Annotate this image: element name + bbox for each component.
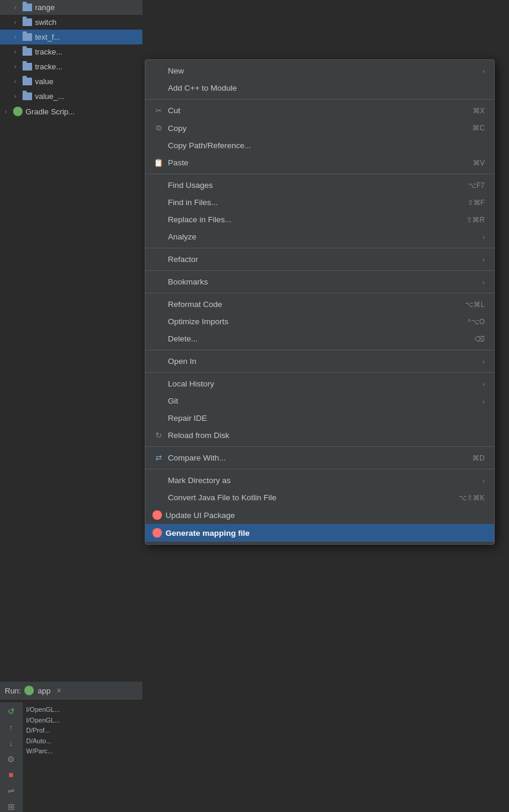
tree-item-gradle[interactable]: › Gradle Scrip... bbox=[0, 104, 142, 119]
menu-item-reformat[interactable]: Reformat Code ⌥⌘L bbox=[145, 296, 494, 313]
arrow-icon: › bbox=[482, 381, 485, 388]
arrow-icon: › bbox=[482, 234, 485, 241]
menu-item-copy[interactable]: ⧉ Copy ⌘C bbox=[145, 119, 494, 137]
run-line: D/Prof... bbox=[26, 725, 139, 736]
menu-label-refactor: Refactor bbox=[168, 255, 478, 264]
run-content: I/OpenGL... I/OpenGL... D/Prof... D/Auto… bbox=[23, 702, 142, 812]
tree-item-tracker1[interactable]: › tracke... bbox=[0, 44, 142, 59]
menu-item-mark-directory[interactable]: Mark Directory as › bbox=[145, 472, 494, 489]
menu-label-delete: Delete... bbox=[168, 334, 463, 343]
cut-icon: ✂ bbox=[152, 106, 164, 115]
menu-item-git[interactable]: Git › bbox=[145, 392, 494, 410]
menu-item-repair-ide[interactable]: Repair IDE bbox=[145, 410, 494, 427]
run-label: Run: bbox=[5, 686, 21, 695]
menu-item-find-usages[interactable]: Find Usages ⌥F7 bbox=[145, 177, 494, 194]
folder-icon bbox=[23, 33, 32, 41]
menu-item-reload[interactable]: ↻ Reload from Disk bbox=[145, 427, 494, 444]
run-bar: Run: app × ↺ ↑ ↓ ⚙ ■ ⇌ ⊞ I/OpenGL... I/O… bbox=[0, 682, 142, 812]
menu-item-copy-path[interactable]: Copy Path/Reference... bbox=[145, 137, 494, 154]
tree-item-switch[interactable]: › switch bbox=[0, 15, 142, 30]
stop-button[interactable]: ■ bbox=[4, 769, 18, 781]
menu-item-delete[interactable]: Delete... ⌫ bbox=[145, 330, 494, 347]
tree-item-range[interactable]: › range bbox=[0, 0, 142, 15]
arrow-icon: › bbox=[482, 358, 485, 365]
tree-item-label: value_... bbox=[35, 92, 64, 101]
menu-item-add-cpp[interactable]: Add C++ to Module bbox=[145, 79, 494, 97]
tree-item-label: switch bbox=[35, 18, 56, 27]
menu-item-optimize[interactable]: Optimize Imports ^⌥O bbox=[145, 313, 494, 330]
separator bbox=[145, 446, 494, 447]
run-line: W/Parc... bbox=[26, 746, 139, 757]
arrow-icon: › bbox=[482, 398, 485, 405]
separator bbox=[145, 350, 494, 350]
folder-icon bbox=[23, 92, 32, 100]
separator bbox=[145, 469, 494, 469]
menu-item-bookmarks[interactable]: Bookmarks › bbox=[145, 273, 494, 290]
chevron-icon: › bbox=[14, 93, 20, 100]
folder-icon bbox=[23, 18, 32, 26]
menu-item-replace-in-files[interactable]: Replace in Files... ⇧⌘R bbox=[145, 211, 494, 228]
menu-item-compare-with[interactable]: ⇄ Compare With... ⌘D bbox=[145, 449, 494, 466]
menu-item-local-history[interactable]: Local History › bbox=[145, 375, 494, 392]
menu-item-refactor[interactable]: Refactor › bbox=[145, 251, 494, 268]
settings-button[interactable]: ⚙ bbox=[4, 753, 18, 765]
shortcut-find-in-files: ⇧⌘F bbox=[467, 199, 485, 207]
wrap-button[interactable]: ⇌ bbox=[4, 785, 18, 797]
tree-item-value2[interactable]: › value_... bbox=[0, 89, 142, 104]
chevron-icon: › bbox=[14, 78, 20, 85]
tree-item-label: range bbox=[35, 3, 55, 12]
menu-item-paste[interactable]: 📋 Paste ⌘V bbox=[145, 154, 494, 171]
separator bbox=[145, 248, 494, 248]
circle-icon-generate-mapping bbox=[152, 528, 162, 538]
menu-label-new: New bbox=[168, 66, 478, 75]
shortcut-convert-java: ⌥⇧⌘K bbox=[459, 494, 485, 502]
menu-label-find-usages: Find Usages bbox=[168, 181, 456, 190]
tree-item-value1[interactable]: › value bbox=[0, 74, 142, 89]
menu-item-analyze[interactable]: Analyze › bbox=[145, 228, 494, 245]
shortcut-cut: ⌘X bbox=[473, 107, 485, 115]
menu-label-local-history: Local History bbox=[168, 379, 478, 388]
scroll-down-button[interactable]: ↓ bbox=[4, 737, 18, 749]
arrow-icon: › bbox=[482, 68, 485, 75]
menu-item-generate-mapping[interactable]: Generate mapping file bbox=[145, 524, 494, 542]
menu-label-git: Git bbox=[168, 397, 478, 405]
menu-label-find-in-files: Find in Files... bbox=[168, 198, 456, 207]
tree-item-tracker2[interactable]: › tracke... bbox=[0, 59, 142, 74]
menu-item-find-in-files[interactable]: Find in Files... ⇧⌘F bbox=[145, 194, 494, 211]
context-menu: New › Add C++ to Module ✂ Cut ⌘X ⧉ Copy … bbox=[145, 59, 495, 545]
menu-item-convert-java[interactable]: Convert Java File to Kotlin File ⌥⇧⌘K bbox=[145, 489, 494, 506]
shortcut-paste: ⌘V bbox=[473, 159, 485, 167]
menu-label-open-in: Open In bbox=[168, 357, 478, 366]
run-line: I/OpenGL... bbox=[26, 705, 139, 715]
menu-label-analyze: Analyze bbox=[168, 232, 478, 241]
menu-label-update-ui: Update UI Package bbox=[166, 511, 485, 520]
scroll-up-button[interactable]: ↑ bbox=[4, 722, 18, 733]
menu-label-copy: Copy bbox=[168, 124, 460, 133]
menu-item-cut[interactable]: ✂ Cut ⌘X bbox=[145, 102, 494, 119]
tree-item-label: Gradle Scrip... bbox=[26, 107, 75, 116]
separator bbox=[145, 293, 494, 293]
menu-label-replace-in-files: Replace in Files... bbox=[168, 215, 454, 224]
menu-item-update-ui[interactable]: Update UI Package bbox=[145, 506, 494, 524]
restart-button[interactable]: ↺ bbox=[4, 706, 18, 717]
separator bbox=[145, 372, 494, 373]
tree-item-text-field[interactable]: › text_f... bbox=[0, 30, 142, 44]
run-toolbar: ↺ ↑ ↓ ⚙ ■ ⇌ ⊞ bbox=[0, 702, 23, 812]
menu-label-bookmarks: Bookmarks bbox=[168, 277, 478, 286]
pin-button[interactable]: ⊞ bbox=[4, 801, 18, 812]
close-button[interactable]: × bbox=[56, 686, 61, 695]
menu-label-mark-directory: Mark Directory as bbox=[168, 476, 478, 485]
menu-label-reformat: Reformat Code bbox=[168, 300, 453, 309]
menu-item-open-in[interactable]: Open In › bbox=[145, 353, 494, 370]
arrow-icon: › bbox=[482, 477, 485, 484]
folder-icon bbox=[23, 4, 32, 11]
menu-label-optimize: Optimize Imports bbox=[168, 317, 456, 326]
paste-icon: 📋 bbox=[152, 158, 164, 167]
app-icon bbox=[24, 686, 34, 695]
menu-item-new[interactable]: New › bbox=[145, 62, 494, 79]
shortcut-delete: ⌫ bbox=[475, 335, 485, 343]
run-header: Run: app × bbox=[0, 682, 142, 699]
shortcut-optimize: ^⌥O bbox=[467, 318, 485, 326]
chevron-icon: › bbox=[5, 108, 11, 115]
tree-item-label: text_f... bbox=[35, 33, 61, 41]
